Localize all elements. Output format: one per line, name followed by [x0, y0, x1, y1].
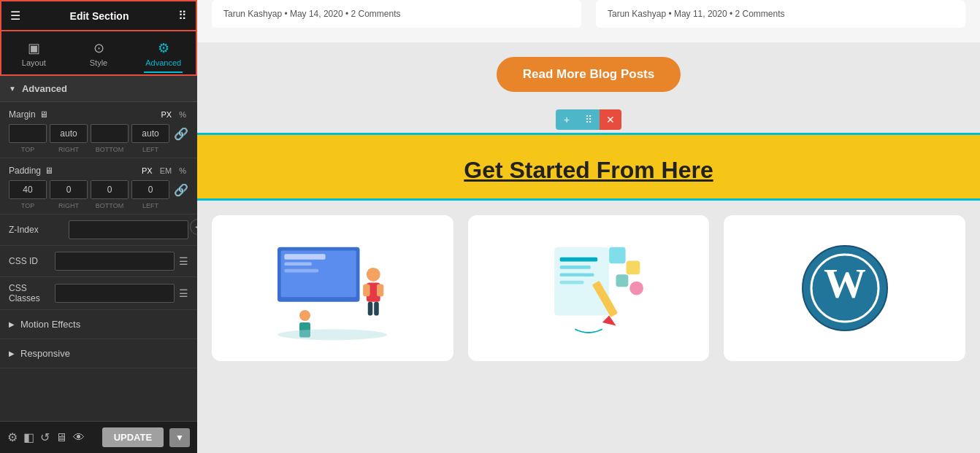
read-more-button[interactable]: Read More Blog Posts	[497, 57, 681, 92]
css-classes-action-icon[interactable]: ☰	[179, 287, 188, 299]
service-card-2	[468, 215, 710, 361]
right-content: Tarun Kashyap • May 14, 2020 • 2 Comment…	[197, 0, 980, 453]
svg-text:W: W	[824, 260, 866, 307]
wordpress-icon: W	[801, 244, 889, 332]
margin-label: Margin	[9, 109, 36, 120]
margin-left-input[interactable]	[131, 124, 169, 143]
panel-header: ☰ Edit Section ⠿	[0, 0, 197, 31]
move-section-button[interactable]: ⠿	[578, 109, 600, 130]
layers-icon[interactable]: ◧	[23, 430, 34, 444]
margin-bottom-input[interactable]	[91, 124, 129, 143]
padding-unit-em[interactable]: EM	[158, 166, 175, 176]
illustration-1	[263, 233, 402, 343]
history-icon[interactable]: ↺	[40, 430, 50, 444]
css-classes-label: CSS Classes	[9, 283, 55, 303]
settings-icon[interactable]: ⚙	[7, 430, 18, 444]
blog-card-right: Tarun Kashyap • May 11, 2020 • 2 Comment…	[596, 0, 965, 28]
update-button[interactable]: UPDATE	[102, 427, 164, 447]
panel-content: ▼ Advanced Margin 🖥 PX % 🔗	[0, 76, 197, 421]
tab-layout-label: Layout	[22, 58, 46, 67]
css-classes-input[interactable]	[55, 284, 175, 303]
tab-advanced-label: Advanced	[145, 58, 181, 67]
svg-rect-4	[285, 269, 319, 273]
blog-posts-row: Tarun Kashyap • May 14, 2020 • 2 Comment…	[197, 0, 980, 42]
padding-bottom-input[interactable]	[91, 180, 129, 199]
tab-advanced[interactable]: ⚙ Advanced	[131, 37, 196, 71]
padding-top-input[interactable]	[9, 180, 47, 199]
svg-rect-17	[560, 273, 594, 276]
responsive-label: Responsive	[20, 348, 70, 359]
advanced-section-header[interactable]: ▼ Advanced	[0, 76, 197, 102]
margin-unit-percent[interactable]: %	[177, 109, 188, 120]
svg-point-24	[629, 282, 643, 295]
svg-point-13	[277, 329, 387, 340]
padding-right-input[interactable]	[50, 180, 88, 199]
padding-monitor-icon: 🖥	[45, 166, 53, 176]
svg-rect-10	[375, 302, 380, 316]
margin-left-label: LEFT	[131, 146, 169, 153]
zindex-field: Z-Index	[0, 214, 197, 246]
margin-unit-px[interactable]: PX	[159, 109, 175, 120]
svg-rect-9	[368, 302, 373, 316]
grid-icon[interactable]: ⠿	[178, 9, 187, 23]
margin-top-input[interactable]	[9, 124, 47, 143]
svg-point-11	[299, 310, 310, 321]
update-arrow-button[interactable]: ▼	[169, 428, 190, 447]
style-icon: ⊙	[93, 40, 104, 56]
cards-section: W	[197, 198, 980, 376]
svg-point-5	[367, 268, 380, 282]
advanced-icon: ⚙	[158, 40, 169, 56]
service-card-3: W	[724, 215, 965, 361]
zindex-label: Z-Index	[9, 225, 69, 235]
tab-style[interactable]: ⊙ Style	[66, 37, 131, 71]
panel-title: Edit Section	[70, 10, 129, 22]
eye-icon[interactable]: 👁	[73, 431, 85, 444]
tab-layout[interactable]: ▣ Layout	[1, 37, 66, 71]
svg-rect-15	[560, 258, 598, 262]
svg-rect-16	[560, 266, 591, 269]
margin-link-icon[interactable]: 🔗	[174, 127, 188, 141]
css-id-field: CSS ID ☰	[0, 246, 197, 277]
zindex-input[interactable]	[69, 220, 188, 239]
remove-section-button[interactable]: ✕	[600, 109, 621, 130]
svg-rect-8	[377, 284, 383, 296]
svg-rect-21	[609, 247, 626, 264]
css-id-action-icon[interactable]: ☰	[179, 255, 188, 267]
tab-style-label: Style	[90, 58, 107, 67]
margin-monitor-icon: 🖥	[39, 109, 48, 120]
motion-effects-arrow-icon: ▶	[9, 320, 15, 328]
padding-unit-px[interactable]: PX	[139, 166, 155, 176]
yellow-heading: Get Started From Here	[212, 157, 965, 184]
padding-left-label: LEFT	[131, 202, 169, 209]
panel-tabs: ▣ Layout ⊙ Style ⚙ Advanced	[0, 31, 197, 76]
svg-rect-22	[627, 261, 640, 275]
hamburger-icon[interactable]: ☰	[10, 9, 20, 23]
css-classes-field: CSS Classes ☰	[0, 277, 197, 310]
padding-right-label: RIGHT	[50, 202, 88, 209]
svg-rect-3	[285, 262, 313, 266]
blog-card-left: Tarun Kashyap • May 14, 2020 • 2 Comment…	[212, 0, 581, 28]
layout-icon: ▣	[28, 40, 40, 56]
padding-link-icon[interactable]: 🔗	[174, 183, 188, 197]
css-id-input[interactable]	[55, 252, 175, 271]
margin-top-label: TOP	[9, 146, 47, 153]
padding-left-input[interactable]	[131, 180, 169, 199]
service-card-1	[212, 215, 453, 361]
panel-footer: ⚙ ◧ ↺ 🖥 👁 UPDATE ▼	[0, 421, 197, 453]
responsive-footer-icon[interactable]: 🖥	[55, 431, 67, 444]
svg-marker-20	[602, 316, 616, 326]
blog-card-right-meta: Tarun Kashyap • May 11, 2020 • 2 Comment…	[608, 9, 785, 19]
responsive-section[interactable]: ▶ Responsive	[0, 339, 197, 368]
margin-right-label: RIGHT	[50, 146, 88, 153]
add-section-button[interactable]: +	[556, 109, 578, 130]
padding-top-label: TOP	[9, 202, 47, 209]
read-more-area: Read More Blog Posts	[197, 42, 980, 107]
svg-rect-23	[616, 274, 629, 287]
padding-unit-percent[interactable]: %	[177, 166, 188, 176]
advanced-arrow-icon: ▼	[9, 85, 16, 93]
motion-effects-section[interactable]: ▶ Motion Effects	[0, 310, 197, 339]
svg-rect-2	[285, 254, 326, 260]
section-toolbar: + ⠿ ✕	[197, 107, 980, 133]
yellow-section: Get Started From Here	[197, 133, 980, 198]
margin-right-input[interactable]	[50, 124, 88, 143]
